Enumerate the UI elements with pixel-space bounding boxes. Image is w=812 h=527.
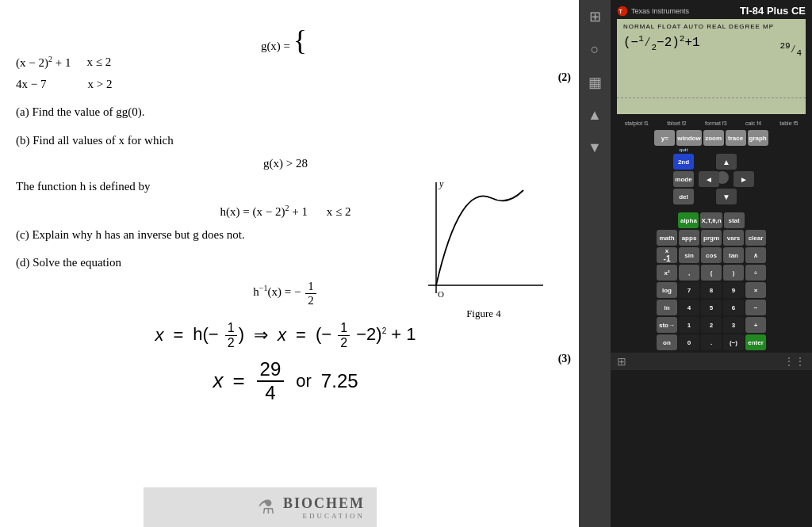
btn-trace[interactable]: trace [726,130,746,146]
function-h-label: The function h is defined by [16,180,151,193]
part-d-formula-text: h−1(x) = − 1 2 [253,285,317,298]
piecewise-formula: g(x) = { (x − 2)2 + 1 x ≤ 2 4x − 7 x > 2 [16,26,555,91]
btn-mode[interactable]: mode [673,171,694,187]
btn-prgm[interactable]: prgm [701,230,722,246]
btn-x-sq[interactable]: x² [657,265,677,281]
btn-stat[interactable]: stat [724,212,745,228]
piecewise-row-1: (x − 2)2 + 1 x ≤ 2 [16,55,555,70]
btn-2nd[interactable]: quit 2nd [673,154,694,170]
btn-alpha[interactable]: alpha [678,212,699,228]
btn-zoom[interactable]: zoom [703,130,724,146]
btn-vars[interactable]: vars [723,230,744,246]
part-a: (a) Find the value of gg(0). [16,102,555,123]
btn-ln[interactable]: ln [657,300,677,315]
btn-neg[interactable]: (−) [723,334,744,350]
btn-9[interactable]: 9 [723,282,744,298]
btn-apps[interactable]: apps [679,230,699,246]
btn-sin[interactable]: sin [679,247,699,263]
btn-graph[interactable]: graph [748,130,768,146]
work-decimal: 7.25 [321,370,358,392]
btn-log[interactable]: log [657,282,677,298]
btn-decimal[interactable]: . [701,334,722,350]
fn-statplot: statplot f1 [625,120,649,126]
bottom-grid-icon[interactable]: ⋮⋮ [783,355,806,368]
biochem-title: BIOCHEM [283,495,365,512]
btn-divide[interactable]: ÷ [745,265,766,281]
btn-multiply[interactable]: × [745,282,766,298]
nav-left[interactable]: ◄ [699,171,719,187]
chevron-up-icon[interactable]: ▲ [588,107,602,124]
btn-del[interactable]: del [673,189,694,204]
case2-condition: x > 2 [87,78,112,91]
svg-text:y: y [439,178,444,189]
btn-5[interactable]: 5 [701,300,722,315]
btn-y-equals[interactable]: y= [654,130,675,146]
btn-lparen[interactable]: ( [701,265,722,281]
btn-sto[interactable]: sto→ [657,317,677,333]
biochem-subtitle: EDUCATION [283,512,365,520]
fn-format: format f3 [705,120,727,126]
calculator-icon[interactable]: ⊞ [589,8,601,25]
btn-0[interactable]: 0 [679,334,699,350]
bottom-calc-icon[interactable]: ⊞ [617,355,626,368]
btn-enter[interactable]: enter [745,334,766,350]
nav-cluster: ▲ ◄ ► ▼ [699,154,749,204]
btn-x-inv[interactable]: x-1 [657,247,677,263]
fn-table: table f5 [779,120,798,126]
ti-screen: NORMAL FLOAT AUTO REAL DEGREE MP (−1⁄2−2… [617,19,806,114]
btn-rparen[interactable]: ) [723,265,744,281]
nav-up[interactable]: ▲ [716,154,737,170]
btn-1[interactable]: 1 [679,317,699,333]
ti-screen-content: (−1⁄2−2)2+1 [623,33,799,54]
part-b-label: (b) Find all values of x for which [16,134,174,147]
btn-minus[interactable]: − [745,300,766,315]
btn-3[interactable]: 3 [723,317,744,333]
biochem-text: BIOCHEM EDUCATION [283,495,365,520]
btn-tan[interactable]: tan [723,247,744,263]
btn-power[interactable]: ∧ [745,247,766,263]
nav-right[interactable]: ► [733,171,754,187]
main-content: g(x) = { (x − 2)2 + 1 x ≤ 2 4x − 7 x > 2… [0,0,579,527]
btn-row-10: on 0 . (−) enter [615,334,808,350]
work-eq3: = [232,369,244,393]
ti-screen-divider [617,97,806,98]
btn-4[interactable]: 4 [679,300,699,315]
btn-2[interactable]: 2 [701,317,722,333]
grid-icon[interactable]: ▦ [588,74,602,91]
btn-7[interactable]: 7 [679,282,699,298]
btn-clear[interactable]: clear [745,230,766,246]
btn-6[interactable]: 6 [723,300,744,315]
work-line-2: x = 29 4 or 7.25 [16,358,555,404]
btn-plus[interactable]: + [745,317,766,333]
work-frac2: 1 2 [338,321,350,350]
ti-header: T Texas Instruments TI-84 Plus CE [611,0,812,19]
part-c-label: (c) Explain why h has an inverse but g d… [16,228,245,241]
work-or: or [296,371,312,391]
btn-row-1: y= window zoom trace graph [615,130,808,146]
chevron-down-icon[interactable]: ▼ [588,139,602,156]
half-frac: 1 2 [305,280,316,307]
btn-window[interactable]: window [676,130,701,146]
btn-8[interactable]: 8 [701,282,722,298]
nav-down[interactable]: ▼ [716,189,737,204]
figure-area: y O Figure 4 [420,174,547,309]
svg-text:T: T [619,8,622,13]
function-h-condition: x ≤ 2 [327,205,351,218]
work-x2: x [278,325,286,346]
btn-xton[interactable]: X,T,θ,n [700,212,722,228]
work-big-frac: 29 4 [257,358,285,404]
part-b-formula: g(x) > 28 [16,157,555,170]
work-frac1: 1 2 [225,321,237,350]
case1-formula: (x − 2)2 + 1 [16,55,71,70]
btn-math[interactable]: math [657,230,677,246]
work-line-1: x = h(− 1 2 ) ⇒ x = (− 1 2 −2)2 + 1 [16,321,555,350]
btn-cos[interactable]: cos [701,247,722,263]
work-eq2: = [296,325,306,346]
btn-comma[interactable]: , [679,265,699,281]
btn-row-5: x-1 sin cos tan ∧ [615,247,808,263]
bottom-bar: ⊞ ⋮⋮ [611,353,812,370]
search-icon[interactable]: ○ [591,41,599,58]
svg-text:O: O [438,289,444,299]
button-area: y= window zoom trace graph quit 2nd mode… [611,128,812,353]
btn-on[interactable]: on [657,334,677,350]
